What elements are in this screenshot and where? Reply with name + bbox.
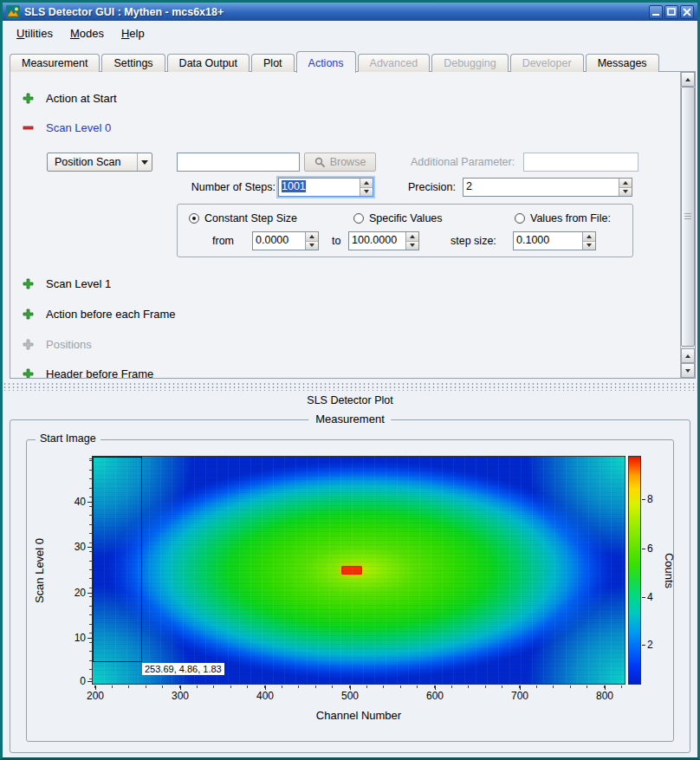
tab-plot[interactable]: Plot [251, 54, 295, 72]
tab-data-output[interactable]: Data Output [167, 54, 250, 72]
browse-icon [314, 157, 326, 168]
action-before-each-frame-row[interactable]: Action before each Frame [23, 307, 176, 321]
spin-up-button[interactable] [406, 232, 418, 242]
spin-down-button[interactable] [619, 188, 632, 197]
scrollbar-thumb[interactable] [681, 87, 695, 347]
maximize-button[interactable] [664, 5, 678, 19]
minimize-button[interactable] [649, 5, 663, 19]
step-size-label: step size: [450, 231, 496, 250]
plot-dock-title: SLS Detector Plot [3, 393, 697, 408]
radio-values-from-file[interactable]: Values from File: [515, 212, 611, 224]
y-tick-label: 10 [51, 632, 86, 644]
expand-plus-icon[interactable] [23, 309, 34, 320]
expand-plus-icon[interactable] [23, 278, 34, 289]
header-before-frame-row[interactable]: Header before Frame [23, 367, 153, 379]
tab-developer: Developer [510, 54, 584, 72]
constant-step-size-label: Constant Step Size [204, 212, 297, 224]
menu-utilities[interactable]: Utilities [10, 24, 60, 42]
number-of-steps-value[interactable]: 1001 [282, 180, 306, 192]
scan-level-1-row[interactable]: Scan Level 1 [23, 276, 111, 290]
step-mode-groupbox: Constant Step Size Specific Values Value… [177, 204, 633, 257]
number-of-steps-spinbox[interactable]: 1001 [278, 178, 373, 197]
spin-up-button[interactable] [306, 232, 318, 242]
x-tick-label: 200 [82, 690, 108, 702]
chevron-down-icon [137, 153, 152, 171]
action-at-start-row[interactable]: Action at Start [23, 91, 117, 105]
scan-script-input[interactable] [177, 153, 300, 172]
x-tick-label: 700 [507, 690, 533, 702]
additional-parameter-input [523, 153, 638, 172]
menu-help[interactable]: Help [114, 24, 152, 42]
collapse-minus-icon[interactable] [23, 122, 34, 133]
to-value[interactable]: 100.0000 [349, 232, 405, 250]
vertical-scrollbar[interactable] [680, 72, 695, 378]
browse-label: Browse [330, 156, 366, 168]
scan-mode-combobox[interactable]: Position Scan [47, 153, 152, 172]
cursor-readout: 253.69, 4.86, 1.83 [142, 663, 224, 675]
step-size-value[interactable]: 0.1000 [514, 232, 582, 250]
splitter-handle[interactable] [3, 382, 697, 391]
scroll-up-button-bottom[interactable] [681, 348, 695, 363]
measurement-groupbox: Measurement Start Image Scan Level 0 0 1… [10, 419, 690, 753]
close-button[interactable] [680, 5, 694, 19]
spin-down-button[interactable] [306, 242, 318, 250]
additional-parameter-label: Additional Parameter: [411, 153, 515, 172]
titlebar[interactable]: SLS Detector GUI : Mythen - mcs6x18+ [3, 3, 697, 21]
to-spinbox[interactable]: 100.0000 [348, 231, 419, 250]
radio-specific-values[interactable]: Specific Values [353, 212, 443, 224]
zoom-selection-rect [93, 457, 142, 662]
y-tick-label: 0 [51, 675, 86, 687]
spin-down-button[interactable] [360, 188, 373, 197]
action-before-each-frame-label: Action before each Frame [46, 308, 176, 321]
spin-down-button[interactable] [583, 242, 595, 250]
expand-plus-icon-disabled [23, 339, 34, 350]
precision-value[interactable]: 2 [463, 179, 619, 196]
scan-level-0-label: Scan Level 0 [46, 121, 111, 134]
window-title: SLS Detector GUI : Mythen - mcs6x18+ [24, 6, 645, 18]
x-minor-ticks [92, 685, 625, 688]
expand-plus-icon[interactable] [23, 93, 34, 104]
radio-button-icon [353, 213, 364, 224]
from-spinbox[interactable]: 0.0000 [252, 231, 319, 250]
x-tick-label: 400 [252, 690, 278, 702]
spin-up-button[interactable] [619, 179, 632, 188]
colorbar-tick [642, 645, 645, 646]
from-value[interactable]: 0.0000 [253, 232, 305, 250]
tab-actions[interactable]: Actions [296, 51, 356, 73]
tab-settings[interactable]: Settings [101, 54, 165, 72]
radio-constant-step-size[interactable]: Constant Step Size [189, 212, 297, 224]
y-axis-label: Scan Level 0 [32, 456, 48, 685]
start-image-groupbox: Start Image Scan Level 0 0 10 20 30 40 [26, 439, 674, 742]
plot-wrapper: Scan Level 0 0 10 20 30 40 253.69, 4.86,… [27, 440, 673, 741]
tab-measurement[interactable]: Measurement [10, 54, 100, 72]
spin-up-button[interactable] [360, 179, 373, 188]
step-size-spinbox[interactable]: 0.1000 [513, 231, 596, 250]
tab-messages[interactable]: Messages [586, 54, 659, 72]
scan-level-1-label: Scan Level 1 [46, 277, 111, 290]
tab-bar: Measurement Settings Data Output Plot Ac… [10, 50, 661, 72]
header-before-frame-label: Header before Frame [46, 367, 153, 380]
colorbar [628, 456, 641, 685]
action-at-start-label: Action at Start [46, 92, 117, 105]
spin-up-button[interactable] [583, 232, 595, 242]
heatmap-peak-spot [341, 566, 362, 575]
number-of-steps-label: Number of Steps: [177, 178, 275, 197]
precision-spinbox[interactable]: 2 [463, 178, 632, 197]
browse-button: Browse [304, 153, 376, 172]
x-tick-label: 600 [422, 690, 448, 702]
y-tick-label: 20 [51, 587, 86, 599]
precision-label: Precision: [408, 178, 456, 197]
colorbar-axis-label: Counts [662, 456, 677, 685]
radio-button-icon [189, 213, 199, 224]
colorbar-tick [642, 549, 645, 549]
scan-level-0-row[interactable]: Scan Level 0 [23, 120, 111, 134]
tab-advanced: Advanced [358, 54, 431, 72]
from-label: from [212, 231, 234, 250]
scroll-down-button[interactable] [681, 363, 695, 378]
scroll-up-button[interactable] [681, 72, 695, 87]
spin-down-button[interactable] [406, 242, 418, 250]
y-tick-label: 30 [51, 541, 86, 553]
menu-modes[interactable]: Modes [63, 24, 111, 42]
expand-plus-icon[interactable] [23, 368, 34, 380]
heatmap-plot[interactable]: 253.69, 4.86, 1.83 [92, 456, 625, 685]
